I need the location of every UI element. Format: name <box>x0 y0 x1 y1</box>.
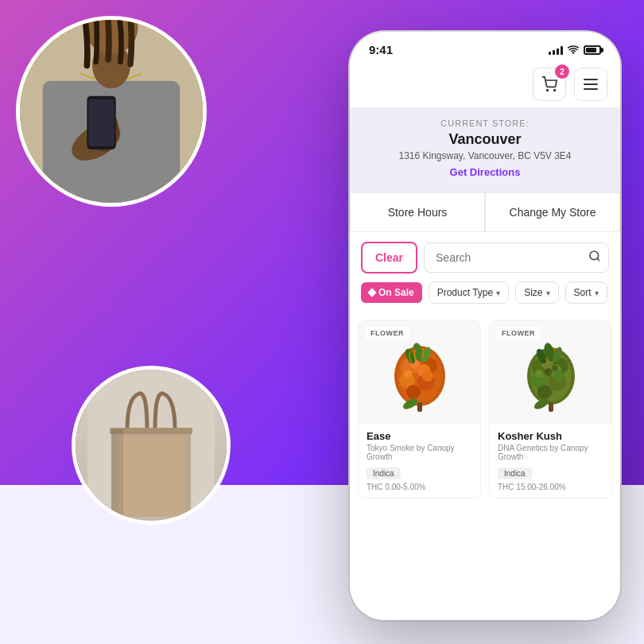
svg-point-47 <box>535 370 543 378</box>
flower-image-ease <box>380 332 460 412</box>
battery-icon <box>584 45 601 55</box>
diamond-icon <box>367 288 376 297</box>
status-bar: 9:41 <box>350 32 620 61</box>
cart-icon <box>541 76 557 92</box>
signal-icon <box>549 45 563 55</box>
svg-point-46 <box>553 370 564 382</box>
product-card-kosherkush[interactable]: FLOWER <box>489 320 612 499</box>
product-card-ease[interactable]: FLOWER <box>358 320 481 499</box>
product-type-dropdown[interactable]: Product Type ▾ <box>429 281 510 304</box>
svg-point-30 <box>404 370 412 378</box>
filter-row: On Sale Product Type ▾ Size ▾ Sort ▾ <box>361 281 609 304</box>
store-info-section: CURRENT STORE: Vancouver 1316 Kingsway, … <box>350 107 620 192</box>
svg-rect-53 <box>549 402 553 412</box>
product-info-kosherkush: Kosher Kush DNA Genetics by Canopy Growt… <box>490 424 611 498</box>
product-brand-kosherkush: DNA Genetics by Canopy Growth <box>498 444 603 461</box>
product-name-kosherkush: Kosher Kush <box>498 430 603 442</box>
flower-badge-ease: FLOWER <box>365 327 409 339</box>
svg-rect-7 <box>88 99 114 146</box>
on-sale-label: On Sale <box>378 287 414 298</box>
product-info-ease: Ease Tokyo Smoke by Canopy Growth Indica… <box>359 424 480 498</box>
svg-rect-14 <box>111 429 123 517</box>
size-label: Size <box>524 287 542 298</box>
menu-line-1 <box>584 79 598 80</box>
wifi-icon <box>568 45 579 55</box>
search-input[interactable] <box>424 242 609 273</box>
product-brand-ease: Tokyo Smoke by Canopy Growth <box>367 444 472 461</box>
circle-bag-image <box>72 366 231 525</box>
size-dropdown[interactable]: Size ▾ <box>515 281 558 304</box>
product-type-label: Product Type <box>437 287 494 298</box>
flower-image-kosherkush <box>511 332 591 412</box>
size-arrow: ▾ <box>546 289 550 297</box>
flower-badge-kosherkush: FLOWER <box>496 327 541 339</box>
svg-point-15 <box>547 90 549 91</box>
sort-dropdown[interactable]: Sort ▾ <box>565 281 607 304</box>
cart-badge: 2 <box>555 64 569 79</box>
clear-button[interactable]: Clear <box>361 242 417 274</box>
sort-label: Sort <box>574 287 592 298</box>
menu-line-3 <box>584 88 598 90</box>
store-name: Vancouver <box>366 131 604 148</box>
on-sale-filter[interactable]: On Sale <box>361 282 422 303</box>
phone-time: 9:41 <box>369 43 393 56</box>
product-image-ease: FLOWER <box>359 320 480 424</box>
phone-topbar: 2 <box>350 61 620 107</box>
svg-point-27 <box>406 385 421 399</box>
search-row: Clear <box>361 242 609 274</box>
status-icons <box>549 45 601 55</box>
phone-mockup: 9:41 <box>350 32 620 620</box>
svg-rect-34 <box>417 402 422 412</box>
get-directions-link[interactable]: Get Directions <box>366 166 604 178</box>
product-name-ease: Ease <box>367 430 472 442</box>
svg-point-29 <box>422 370 433 382</box>
svg-point-17 <box>590 251 599 260</box>
menu-line-2 <box>584 83 598 85</box>
products-section: FLOWER <box>350 312 620 620</box>
store-hours-button[interactable]: Store Hours <box>350 192 485 232</box>
store-actions: Store Hours Change My Store <box>350 192 620 232</box>
store-address: 1316 Kingsway, Vancouver, BC V5V 3E4 <box>366 150 604 161</box>
svg-point-44 <box>537 385 552 399</box>
search-icon[interactable] <box>588 250 601 266</box>
product-thc-ease: THC 0.00-5.00% <box>367 483 472 491</box>
svg-rect-12 <box>118 436 184 517</box>
current-store-label: CURRENT STORE: <box>366 118 604 128</box>
product-image-kosherkush: FLOWER <box>490 320 611 424</box>
svg-line-18 <box>597 258 599 261</box>
cart-button[interactable]: 2 <box>533 68 566 101</box>
product-thc-kosherkush: THC 15.00-26.00% <box>498 483 603 491</box>
sort-arrow: ▾ <box>595 289 599 297</box>
svg-point-48 <box>545 368 553 376</box>
circle-person-image <box>16 16 207 207</box>
products-grid: FLOWER <box>358 320 612 499</box>
svg-point-49 <box>552 365 558 371</box>
product-type-kosherkush: Indica <box>498 467 532 479</box>
filter-section: Clear On Sale Product Type ▾ <box>350 232 620 312</box>
menu-button[interactable] <box>574 68 607 101</box>
product-type-arrow: ▾ <box>496 289 500 297</box>
change-store-button[interactable]: Change My Store <box>485 192 620 232</box>
search-input-wrapper <box>424 242 609 274</box>
product-type-ease: Indica <box>367 467 401 479</box>
svg-point-16 <box>554 90 556 91</box>
